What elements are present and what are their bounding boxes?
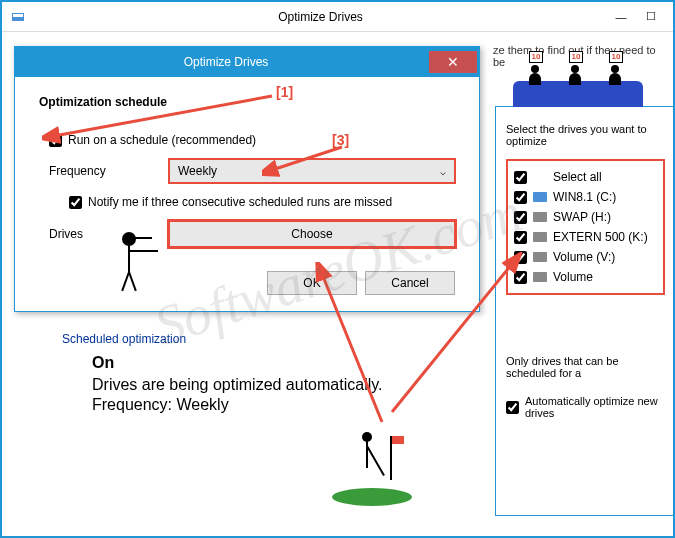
close-button[interactable]: ✕ (429, 51, 477, 73)
drives-heading: Select the drives you want to optimize (506, 123, 665, 147)
cartoon-judges-illustration: 10 10 10 (513, 57, 643, 107)
notify-checkbox[interactable] (69, 196, 82, 209)
schedule-titlebar: Optimize Drives ✕ (15, 47, 479, 77)
select-all-checkbox[interactable] (514, 171, 527, 184)
run-schedule-row: Run on a schedule (recommended) (49, 133, 455, 147)
schedule-dialog-title: Optimize Drives (23, 55, 429, 69)
run-schedule-checkbox[interactable] (49, 134, 62, 147)
cartoon-golfer-illustration (332, 426, 412, 506)
cartoon-pointing-illustration (92, 232, 152, 302)
drive-label: Volume (553, 270, 593, 284)
ok-button[interactable]: OK (267, 271, 357, 295)
drive-label: WIN8.1 (C:) (553, 190, 616, 204)
drives-note: Only drives that can be scheduled for a (506, 355, 665, 379)
app-icon (10, 9, 26, 25)
window-controls: — ☐ (607, 7, 665, 27)
frequency-row: Frequency Weekly ⌵ (39, 159, 455, 183)
drive-label: Volume (V:) (553, 250, 615, 264)
run-schedule-label: Run on a schedule (recommended) (68, 133, 256, 147)
drive-icon (533, 252, 547, 262)
cancel-button[interactable]: Cancel (365, 271, 455, 295)
drive-icon (533, 232, 547, 242)
drive-checkbox[interactable] (514, 211, 527, 224)
drives-selection-dialog: Select the drives you want to optimize S… (495, 106, 675, 516)
drive-icon (533, 192, 547, 202)
choose-button[interactable]: Choose (169, 221, 455, 247)
minimize-button[interactable]: — (607, 7, 635, 27)
drive-label: SWAP (H:) (553, 210, 611, 224)
frequency-dropdown[interactable]: Weekly ⌵ (169, 159, 455, 183)
drive-row: Volume (V:) (512, 247, 659, 267)
chevron-down-icon: ⌵ (440, 166, 446, 177)
main-window-title: Optimize Drives (34, 10, 607, 24)
schedule-heading: Optimization schedule (39, 95, 455, 109)
drive-checkbox[interactable] (514, 231, 527, 244)
drive-label: EXTERN 500 (K:) (553, 230, 648, 244)
drive-row: EXTERN 500 (K:) (512, 227, 659, 247)
drive-icon (533, 212, 547, 222)
frequency-label: Frequency (49, 164, 169, 178)
auto-optimize-label: Automatically optimize new drives (525, 395, 665, 419)
drives-list: Select all WIN8.1 (C:) SWAP (H:) EXTERN … (506, 159, 665, 295)
auto-optimize-row: Automatically optimize new drives (506, 395, 665, 419)
select-all-label: Select all (553, 170, 602, 184)
drive-row: WIN8.1 (C:) (512, 187, 659, 207)
drive-checkbox[interactable] (514, 271, 527, 284)
select-all-row: Select all (512, 167, 659, 187)
notify-row: Notify me if three consecutive scheduled… (69, 195, 455, 209)
svg-rect-1 (13, 14, 23, 17)
maximize-button[interactable]: ☐ (637, 7, 665, 27)
main-titlebar: Optimize Drives — ☐ (2, 2, 673, 32)
drive-checkbox[interactable] (514, 251, 527, 264)
schedule-body: Optimization schedule Run on a schedule … (15, 77, 479, 311)
drive-row: SWAP (H:) (512, 207, 659, 227)
notify-label: Notify me if three consecutive scheduled… (88, 195, 392, 209)
drive-row: Volume (512, 267, 659, 287)
frequency-value: Weekly (178, 164, 217, 178)
drive-checkbox[interactable] (514, 191, 527, 204)
drive-icon (533, 272, 547, 282)
schedule-dialog: Optimize Drives ✕ Optimization schedule … (14, 46, 480, 312)
auto-optimize-checkbox[interactable] (506, 401, 519, 414)
